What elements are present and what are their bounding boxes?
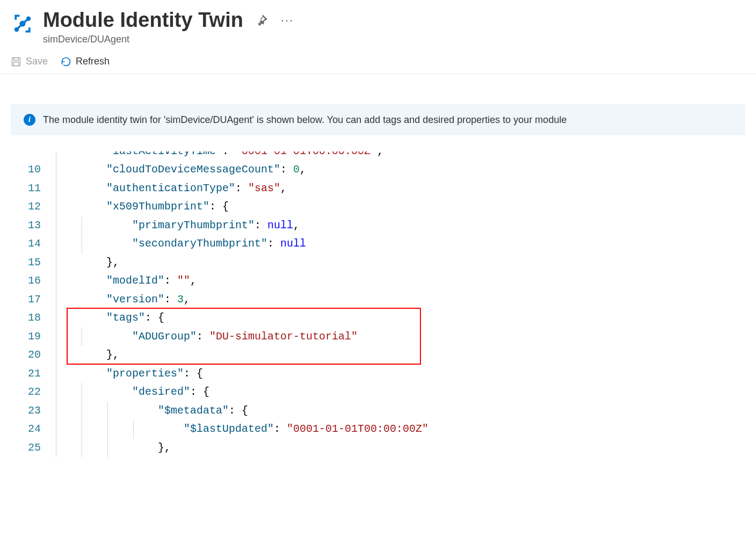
info-text: The module identity twin for 'simDevice/…	[43, 114, 566, 126]
line-number: 20	[28, 346, 41, 365]
line-number: 23	[28, 402, 41, 421]
line-number: 11	[28, 179, 41, 198]
line-number: 25	[28, 439, 41, 458]
line-number: 14	[28, 235, 41, 253]
svg-line-3	[17, 24, 23, 30]
svg-rect-6	[14, 57, 18, 60]
code-line[interactable]: "tags": {	[56, 309, 745, 328]
code-line[interactable]: "primaryThumbprint": null,	[56, 216, 745, 235]
line-number: 16	[28, 272, 41, 291]
code-line[interactable]: "authenticationType": "sas",	[56, 179, 745, 198]
code-line[interactable]: "desired": {	[56, 383, 745, 402]
line-number: 22	[28, 383, 41, 402]
svg-rect-7	[13, 62, 19, 66]
line-number: 12	[28, 198, 41, 216]
code-content[interactable]: "lastActivityTime": "0001-01-01T00:00:00…	[56, 151, 745, 457]
refresh-label: Refresh	[76, 56, 110, 67]
pin-icon[interactable]	[256, 15, 268, 26]
breadcrumb: simDevice/DUAgent	[43, 34, 745, 45]
line-number: 24	[28, 420, 41, 439]
line-number: 10	[28, 161, 41, 179]
code-line[interactable]: },	[56, 439, 745, 458]
code-line[interactable]: "modelId": "",	[56, 272, 745, 291]
code-line[interactable]: "$metadata": {	[56, 402, 745, 421]
save-icon	[11, 56, 21, 67]
toolbar: Save Refresh	[0, 49, 756, 74]
save-label: Save	[26, 56, 48, 67]
page-title: Module Identity Twin	[43, 9, 243, 32]
line-number: 19	[28, 328, 41, 346]
line-number: 13	[28, 216, 41, 235]
module-twin-icon	[11, 12, 34, 35]
line-number: 18	[28, 309, 41, 328]
line-gutter: 910111213141516171819202122232425	[11, 151, 56, 457]
code-line[interactable]: "cloudToDeviceMessageCount": 0,	[56, 161, 745, 179]
info-banner: i The module identity twin for 'simDevic…	[11, 104, 745, 135]
save-button: Save	[11, 56, 48, 67]
code-line[interactable]: "ADUGroup": "DU-simulator-tutorial"	[56, 328, 745, 346]
code-line[interactable]: "lastActivityTime": "0001-01-01T00:00:00…	[56, 151, 745, 161]
refresh-icon	[61, 56, 71, 67]
code-line[interactable]: },	[56, 253, 745, 272]
page-header: Module Identity Twin ··· simDevice/DUAge…	[0, 0, 756, 49]
line-number: 17	[28, 291, 41, 309]
refresh-button[interactable]: Refresh	[61, 56, 110, 67]
code-line[interactable]: "$lastUpdated": "0001-01-01T00:00:00Z"	[56, 420, 745, 439]
line-number: 21	[28, 365, 41, 383]
code-line[interactable]: "secondaryThumbprint": null	[56, 235, 745, 253]
code-line[interactable]: "version": 3,	[56, 291, 745, 309]
code-line[interactable]: "properties": {	[56, 365, 745, 383]
more-icon[interactable]: ···	[281, 15, 294, 26]
info-icon: i	[24, 114, 35, 126]
line-number: 9	[28, 151, 41, 161]
code-line[interactable]: },	[56, 346, 745, 365]
code-line[interactable]: "x509Thumbprint": {	[56, 198, 745, 216]
json-editor[interactable]: 910111213141516171819202122232425 "lastA…	[11, 151, 745, 457]
line-number: 15	[28, 253, 41, 272]
